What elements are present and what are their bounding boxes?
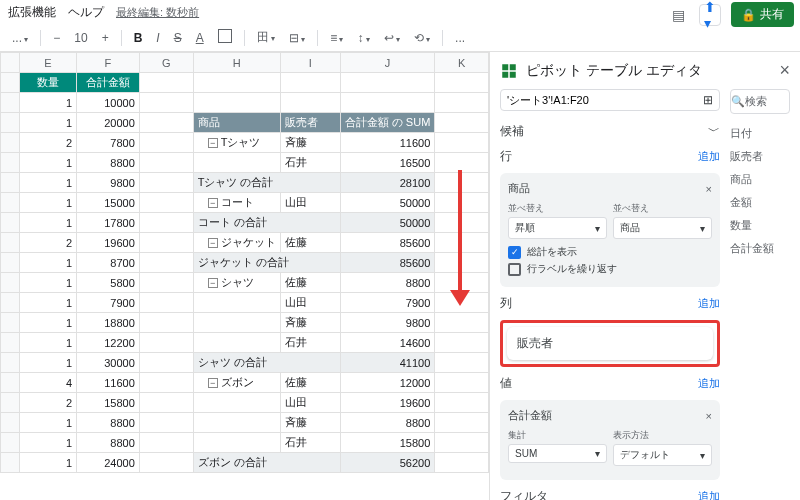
font-size-inc[interactable]: +	[98, 29, 113, 47]
row-sort-by[interactable]: 商品▾	[613, 217, 712, 239]
field-seller[interactable]: 販売者	[730, 145, 790, 168]
menu-help[interactable]: ヘルプ	[68, 4, 104, 21]
last-edit-status[interactable]: 最終編集: 数秒前	[116, 5, 199, 20]
row-card-remove[interactable]: ×	[706, 183, 712, 195]
val-disp-select[interactable]: デフォルト▾	[613, 444, 712, 466]
col-card-seller[interactable]: 販売者	[507, 327, 713, 360]
toolbar: ... − 10 + B I S A 田 ⊟ ≡ ↕ ↩ ⟲ ...	[0, 24, 800, 52]
grid-icon[interactable]: ⊞	[703, 93, 713, 107]
valign-button[interactable]: ↕	[353, 29, 373, 47]
range-input-wrap: ⊞	[500, 89, 720, 111]
field-amt[interactable]: 金額	[730, 191, 790, 214]
val-agg-select[interactable]: SUM▾	[508, 444, 607, 463]
field-date[interactable]: 日付	[730, 122, 790, 145]
field-qty[interactable]: 数量	[730, 214, 790, 237]
bold-button[interactable]: B	[130, 29, 147, 47]
toolbar-more[interactable]: ...	[451, 29, 469, 47]
show-totals-checkbox[interactable]: ✓	[508, 246, 521, 259]
present-button[interactable]: ⬆ ▾	[699, 4, 721, 26]
spreadsheet-grid[interactable]: EFGHIJK数量合計金額110000120000商品販売者合計金額 の SUM…	[0, 52, 490, 500]
field-item[interactable]: 商品	[730, 168, 790, 191]
font-size[interactable]: 10	[70, 29, 91, 47]
filter-add[interactable]: 追加	[698, 489, 720, 500]
rotate-button[interactable]: ⟲	[410, 29, 434, 47]
cols-add[interactable]: 追加	[698, 296, 720, 311]
wrap-button[interactable]: ↩	[380, 29, 404, 47]
row-card-title: 商品	[508, 181, 530, 196]
field-search[interactable]: 🔍 検索	[730, 89, 790, 114]
vals-label: 値	[500, 375, 512, 392]
text-color-button[interactable]: A	[192, 29, 208, 47]
main-area: EFGHIJK数量合計金額110000120000商品販売者合計金額 の SUM…	[0, 52, 800, 500]
merge-button[interactable]: ⊟	[285, 29, 309, 47]
field-list: 🔍 検索 日付 販売者 商品 金額 数量 合計金額	[730, 89, 790, 500]
top-right-controls: ▤ ⬆ ▾ 🔒 共有	[667, 2, 794, 27]
val-card-remove[interactable]: ×	[706, 410, 712, 422]
filter-label: フィルタ	[500, 488, 548, 500]
strike-button[interactable]: S	[170, 29, 186, 47]
pivot-icon	[500, 62, 518, 80]
panel-title: ピボット テーブル エディタ	[526, 62, 702, 80]
field-sumamt[interactable]: 合計金額	[730, 237, 790, 260]
italic-button[interactable]: I	[152, 29, 163, 47]
rows-add[interactable]: 追加	[698, 149, 720, 164]
pivot-editor-panel: ピボット テーブル エディタ × ⊞ 候補 ﹀ 行 追加 商品×	[490, 52, 800, 500]
highlight-annotation: 販売者	[500, 320, 720, 367]
menu-extensions[interactable]: 拡張機能	[8, 4, 56, 21]
range-input[interactable]	[507, 94, 703, 106]
close-icon[interactable]: ×	[779, 60, 790, 81]
row-sort-order[interactable]: 昇順▾	[508, 217, 607, 239]
font-select[interactable]: ...	[8, 29, 32, 47]
font-size-dec[interactable]: −	[49, 29, 64, 47]
share-button[interactable]: 🔒 共有	[731, 2, 794, 27]
comment-history-icon[interactable]: ▤	[667, 4, 689, 26]
row-card-item: 商品× 並べ替え昇順▾ 並べ替え商品▾ ✓総計を表示 行ラベルを繰り返す	[500, 173, 720, 287]
rows-label: 行	[500, 148, 512, 165]
val-card-title: 合計金額	[508, 408, 552, 423]
vals-add[interactable]: 追加	[698, 376, 720, 391]
halign-button[interactable]: ≡	[326, 29, 347, 47]
repeat-labels-checkbox[interactable]	[508, 263, 521, 276]
candidates-expand[interactable]: ﹀	[708, 123, 720, 140]
candidates-label: 候補	[500, 123, 524, 140]
cols-label: 列	[500, 295, 512, 312]
borders-button[interactable]: 田	[253, 27, 279, 48]
val-card-sumamt: 合計金額× 集計SUM▾ 表示方法デフォルト▾	[500, 400, 720, 480]
fill-color-button[interactable]	[214, 27, 236, 48]
